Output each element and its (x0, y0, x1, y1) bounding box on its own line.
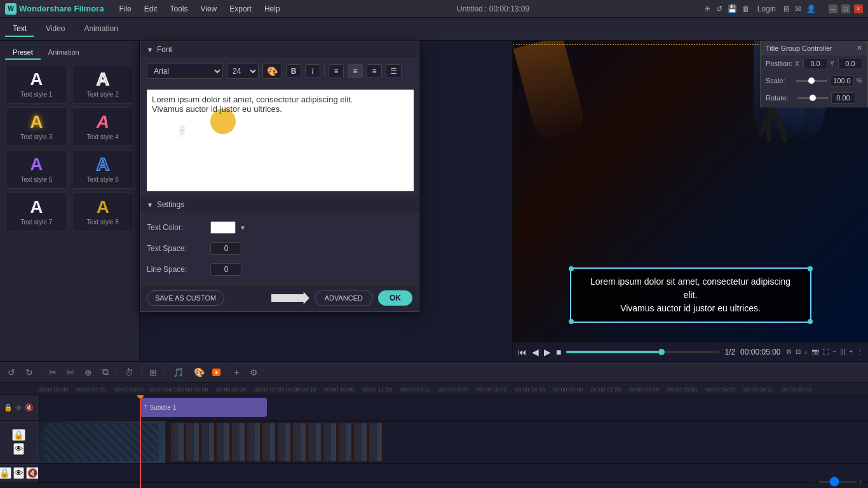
text-preview-area[interactable]: Lorem ipsum dolor sit amet, consectetur … (147, 90, 414, 191)
user-icon: 👤 (806, 4, 816, 13)
audio-eye-btn[interactable]: 👁 (13, 467, 24, 479)
timeline-toolbar: ↺ ↻ ✂ ✄ ⊕ ⧉ ⏱ ⊞ 🎵 🎨 ● + ⚙ (0, 362, 868, 383)
line-space-input[interactable] (210, 263, 242, 276)
text-color-label: Text Color: (147, 223, 210, 232)
crop-icon[interactable]: ⊡ (796, 348, 801, 355)
color-swatch[interactable] (210, 221, 236, 234)
text-space-input[interactable] (210, 242, 242, 255)
align-left-btn[interactable]: ≡ (329, 64, 344, 78)
redo-btn[interactable]: ↻ (23, 366, 36, 379)
style-item-4[interactable]: A Text style 4 (72, 107, 135, 146)
tgc-scale-input[interactable] (830, 75, 854, 86)
style-item-3[interactable]: A Text style 3 (5, 107, 68, 146)
tgc-rotate-input[interactable] (831, 92, 855, 104)
zoom-slider[interactable] (818, 481, 857, 483)
speed-btn[interactable]: ⏱ (122, 366, 136, 379)
font-section-header[interactable]: ▼ Font (140, 41, 419, 58)
style-item-6[interactable]: A Text style 6 (72, 150, 135, 189)
fullscreen-icon[interactable]: ⛶ (823, 348, 829, 355)
audio-btn[interactable]: 🎵 (170, 366, 186, 379)
zoom-out-btn[interactable]: − (811, 478, 815, 485)
style-item-2[interactable]: A Text style 2 (72, 65, 135, 104)
zoom-out-icon[interactable]: − (833, 348, 837, 355)
audio-mute-btn2[interactable]: 🔇 (26, 467, 39, 479)
zoom-slider-preview[interactable]: ||| (840, 348, 845, 355)
tab-animation[interactable]: Animation (77, 22, 126, 37)
style-item-8[interactable]: A Text style 8 (72, 193, 135, 231)
maximize-btn[interactable]: □ (841, 4, 850, 13)
style-item-7[interactable]: A Text style 7 (5, 193, 68, 231)
style-item-1[interactable]: A Text style 1 (5, 65, 68, 104)
login-btn[interactable]: Login (755, 3, 778, 15)
preset-tab-preset[interactable]: Preset (5, 46, 41, 60)
menu-edit[interactable]: Edit (142, 3, 160, 15)
font-family-select[interactable]: Arial (147, 64, 223, 79)
preset-tab-animation[interactable]: Animation (41, 46, 87, 60)
tgc-x-axis: X (795, 60, 801, 67)
tgc-rotate-slider[interactable] (797, 97, 829, 99)
play-btn[interactable]: ▶ (544, 347, 551, 357)
tab-video[interactable]: Video (38, 22, 72, 37)
settings-icon[interactable]: ⚙ (786, 348, 792, 355)
align-right-btn[interactable]: ≡ (367, 64, 382, 78)
video-preview: Title Group Controller ✕ Position: X Y S… (513, 41, 868, 342)
menu-help[interactable]: Help (262, 3, 283, 15)
align-center-btn[interactable]: ≡ (348, 64, 363, 78)
settings2-btn[interactable]: ⚙ (247, 366, 261, 379)
track-lock-btn[interactable]: 🔒 (4, 403, 13, 412)
audio-lock-btn[interactable]: 🔒 (0, 467, 11, 479)
font-size-select[interactable]: 24 (227, 64, 259, 79)
menu-export[interactable]: Export (227, 3, 254, 15)
progress-bar-container[interactable] (566, 351, 719, 353)
style-letter-7: A (30, 198, 43, 216)
tgc-x-input[interactable] (803, 58, 827, 69)
corner-bl (569, 319, 574, 324)
snapshot-icon[interactable]: 📷 (811, 348, 819, 355)
transform-btn[interactable]: ⊞ (147, 366, 159, 379)
tgc-scale-slider[interactable] (796, 80, 827, 82)
skip-back-btn[interactable]: ⏮ (518, 347, 527, 357)
playhead[interactable] (140, 395, 141, 488)
copy-btn[interactable]: ⊕ (82, 366, 95, 379)
add-btn[interactable]: + (231, 366, 241, 379)
tgc-y-input[interactable] (838, 58, 862, 69)
settings-section-header[interactable]: ▼ Settings (140, 196, 419, 214)
video-eye-btn[interactable]: 👁 (13, 443, 24, 455)
audio-icon[interactable]: ♪ (804, 348, 808, 355)
paste-btn[interactable]: ⧉ (100, 365, 111, 379)
style-item-5[interactable]: A Text style 5 (5, 150, 68, 189)
cut-btn[interactable]: ✄ (64, 366, 77, 379)
window-title: Untitled : 00:00:13:09 (290, 4, 696, 13)
color-dropdown-btn[interactable]: ▼ (240, 224, 246, 231)
zoom-in-btn[interactable]: + (859, 478, 863, 485)
italic-btn[interactable]: I (305, 64, 320, 78)
tgc-close-btn[interactable]: ✕ (857, 44, 862, 52)
settings-arrow-icon: ▼ (147, 201, 153, 208)
track-eye-btn[interactable]: 👁 (15, 404, 22, 412)
bold-btn[interactable]: B (286, 64, 301, 78)
menu-tools[interactable]: Tools (167, 3, 190, 15)
tab-text[interactable]: Text (5, 22, 34, 37)
frame-back-btn[interactable]: ◀ (532, 347, 539, 357)
minimize-btn[interactable]: — (829, 4, 837, 13)
delete-clip-btn[interactable]: ✂ (46, 366, 59, 379)
close-btn[interactable]: ✕ (854, 4, 863, 13)
subtitle-clip[interactable]: T Subtitle 1 (140, 398, 267, 417)
video-lock-btn[interactable]: 🔒 (12, 429, 25, 441)
undo-btn[interactable]: ↺ (5, 366, 18, 379)
align-justify-btn[interactable]: ☰ (386, 64, 402, 78)
font-controls: Arial 24 🎨 B I ≡ ≡ ≡ ☰ (140, 58, 419, 85)
color-palette-btn[interactable]: 🎨 (262, 64, 282, 79)
menu-view[interactable]: View (198, 3, 219, 15)
menu-file[interactable]: File (116, 3, 133, 15)
font-section-title: Font (157, 45, 172, 54)
more-icon[interactable]: ⋮ (857, 348, 863, 355)
ok-button[interactable]: OK (378, 290, 412, 306)
save-custom-button[interactable]: SAVE AS CUSTOM (147, 290, 224, 306)
advanced-button[interactable]: ADVANCED (315, 290, 373, 306)
zoom-in-icon[interactable]: + (849, 348, 853, 355)
stop-btn[interactable]: ■ (556, 347, 561, 357)
color-btn[interactable]: 🎨 (191, 366, 207, 379)
video-segment-1 (38, 421, 165, 463)
track-mute-btn[interactable]: 🔇 (25, 403, 34, 412)
